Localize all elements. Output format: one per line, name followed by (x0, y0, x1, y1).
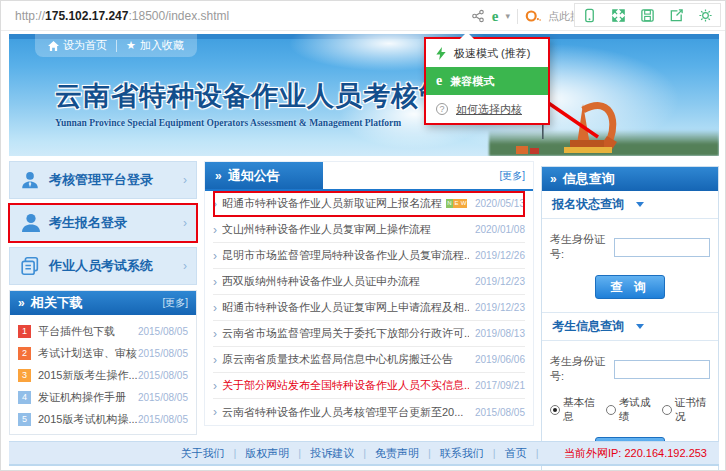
status-query-section-title[interactable]: 报名状态查询 (542, 191, 718, 219)
downloads-list: 1 平台插件包下载 2015/08/05 2 考试计划送审、审核 ... 201… (10, 315, 196, 434)
notice-item[interactable]: 文山州特种设备作业人员复审网上操作流程 2020/01/08 (213, 217, 525, 243)
double-arrow-icon: » (215, 169, 222, 183)
left-column: 考核管理平台登录 › 考生报名登录 › 作业人员考试系统 › » (9, 161, 197, 471)
fullscreen-icon[interactable] (604, 4, 633, 26)
menu-item-compat-mode[interactable]: e 兼容模式 (426, 67, 548, 95)
footer-link-contact[interactable]: 联系我们 (440, 446, 505, 461)
add-favorite-link[interactable]: ★ 加入收藏 (126, 38, 184, 53)
set-home-link[interactable]: 设为首页 (48, 38, 107, 53)
radio-unchecked-icon (662, 405, 672, 415)
downloads-header: » 相关下载 [更多] (10, 291, 196, 315)
ie-icon: e (436, 73, 442, 89)
query-header: » 信息查询 (542, 167, 718, 191)
chevron-down-icon (636, 202, 644, 207)
chevron-down-icon (636, 324, 644, 329)
footer-link-complaint[interactable]: 投诉建议 (310, 446, 375, 461)
info-type-radio-group: 基本信息 考试成绩 证书情况 (550, 396, 710, 424)
double-arrow-icon: » (550, 172, 557, 186)
settings-gear-icon[interactable] (691, 4, 720, 26)
download-item[interactable]: 1 平台插件包下载 2015/08/05 (18, 320, 188, 342)
mobile-view-icon[interactable] (575, 4, 604, 26)
chevron-down-icon[interactable]: ▾ (505, 11, 510, 21)
help-icon: ? (436, 103, 448, 115)
rank-badge: 5 (18, 413, 31, 426)
notices-list: 昭通市特种设备作业人员新取证网上报名流程 NEW 2020/05/13 文山州特… (205, 191, 533, 425)
chevron-right-icon: › (183, 216, 187, 230)
query-title: 信息查询 (563, 170, 615, 188)
share-page-icon[interactable] (662, 4, 691, 26)
kernel-mode-icon[interactable]: e (492, 9, 499, 24)
external-ip-display: 当前外网IP: 220.164.192.253 (564, 446, 707, 461)
download-item[interactable]: 3 2015新版考生操作... 2015/08/05 (18, 364, 188, 386)
notices-tab[interactable]: » 通知公告 (205, 162, 323, 189)
login-button-candidate[interactable]: 考生报名登录 › (9, 204, 197, 242)
star-icon: ★ (126, 39, 136, 52)
id-number-label: 考生身份证号: (550, 232, 611, 262)
footer-link-disclaimer[interactable]: 免责声明 (375, 446, 440, 461)
rank-badge: 3 (18, 369, 31, 382)
downloads-more-link[interactable]: [更多] (162, 296, 188, 310)
url-display[interactable]: http://175.102.17.247:18500/index.shtml (15, 9, 229, 23)
download-item[interactable]: 5 2015版考试机构操... 2015/08/05 (18, 408, 188, 430)
login-button-admin[interactable]: 考核管理平台登录 › (9, 161, 197, 199)
search-engine-logo-icon[interactable] (525, 9, 541, 23)
page-tools-toolbar (574, 3, 721, 27)
status-query-button[interactable]: 查 询 (595, 275, 665, 299)
double-arrow-icon: » (18, 296, 25, 310)
downloads-title: 相关下载 (31, 294, 83, 312)
share-icon[interactable] (471, 9, 485, 23)
notice-item[interactable]: 昆明市市场监督管理局特种设备作业人员复审流程... 2019/12/26 (213, 243, 525, 269)
radio-unchecked-icon (606, 405, 616, 415)
save-icon[interactable] (633, 4, 662, 26)
person-icon (19, 211, 49, 235)
notice-item[interactable]: 西双版纳州特种设备作业人员证申办流程 2019/12/23 (213, 269, 525, 295)
query-column: » 信息查询 报名状态查询 考生身份证号: 查 询 考生信息查询 (541, 166, 719, 471)
rank-badge: 2 (18, 347, 31, 360)
notice-item[interactable]: 云南省市场监督管理局关于委托下放部分行政许可... 2019/08/13 (213, 321, 525, 347)
download-item[interactable]: 2 考试计划送审、审核 ... 2015/08/05 (18, 342, 188, 364)
notices-title: 通知公告 (228, 167, 280, 185)
login-button-exam-system[interactable]: 作业人员考试系统 › (9, 247, 197, 285)
menu-item-kernel-help[interactable]: ? 如何选择内核 (426, 95, 548, 123)
app-window: http://175.102.17.247:18500/index.shtml … (0, 0, 726, 471)
notices-panel: » 通知公告 [更多] 昭通市特种设备作业人员新取证网上报名流程 NEW 202… (204, 161, 534, 426)
chevron-right-icon: › (183, 173, 187, 187)
new-badge: NEW (446, 199, 467, 208)
notice-item[interactable]: 昭通市特种设备作业人员新取证网上报名流程 NEW 2020/05/13 (213, 191, 525, 217)
menu-item-speed-mode[interactable]: 极速模式 (推荐) (426, 39, 548, 67)
quick-links-tab: 设为首页 ★ 加入收藏 (35, 34, 197, 57)
status-id-input[interactable] (614, 238, 710, 257)
person-tie-icon (19, 169, 49, 191)
chevron-right-icon: › (183, 259, 187, 273)
downloads-panel: » 相关下载 [更多] 1 平台插件包下载 2015/08/05 2 考试计划送… (9, 290, 197, 435)
rank-badge: 1 (18, 325, 31, 338)
radio-checked-icon (550, 405, 560, 415)
radio-certificate[interactable]: 证书情况 (662, 396, 710, 424)
notices-column: » 通知公告 [更多] 昭通市特种设备作业人员新取证网上报名流程 NEW 202… (204, 161, 534, 471)
footer-link-home[interactable]: 首页 (505, 446, 548, 461)
notice-item[interactable]: 原云南省质量技术监督局信息中心机房搬迁公告 2019/06/06 (213, 347, 525, 373)
radio-exam-score[interactable]: 考试成绩 (606, 396, 654, 424)
notice-item[interactable]: 关于部分网站发布全国特种设备作业人员不实信息... 2017/09/21 (213, 373, 525, 399)
divider (116, 40, 117, 52)
info-query-section-title[interactable]: 考生信息查询 (542, 313, 718, 341)
notices-more-link[interactable]: [更多] (499, 169, 533, 183)
site-banner: 设为首页 ★ 加入收藏 云南省特种设备作业人员考核管理平台 Yunnan Pro… (9, 34, 719, 156)
site-footer: 关于我们 版权声明 投诉建议 免责声明 联系我们 首页 当前外网IP: 220.… (9, 441, 719, 466)
download-item[interactable]: 4 发证机构操作手册 2015/08/05 (18, 386, 188, 408)
divider (517, 9, 518, 24)
home-icon (48, 41, 59, 51)
radio-basic-info[interactable]: 基本信息 (550, 396, 598, 424)
menu-notch (460, 32, 474, 39)
lightning-icon (436, 47, 446, 60)
id-number-label: 考生身份证号: (550, 354, 611, 384)
notices-header: » 通知公告 [更多] (205, 162, 533, 191)
info-id-input[interactable] (614, 360, 710, 379)
query-panel: » 信息查询 报名状态查询 考生身份证号: 查 询 考生信息查询 (541, 166, 719, 471)
footer-link-copyright[interactable]: 版权声明 (245, 446, 310, 461)
kernel-mode-menu: 极速模式 (推荐) e 兼容模式 ? 如何选择内核 (424, 37, 550, 125)
footer-link-about[interactable]: 关于我们 (180, 446, 245, 461)
notice-item[interactable]: 云南省特种设备作业人员考核管理平台更新至20... 2015/08/05 (213, 399, 525, 425)
rank-badge: 4 (18, 391, 31, 404)
notice-item[interactable]: 昭通市特种设备作业人员证复审网上申请流程及相... 2019/12/23 (213, 295, 525, 321)
